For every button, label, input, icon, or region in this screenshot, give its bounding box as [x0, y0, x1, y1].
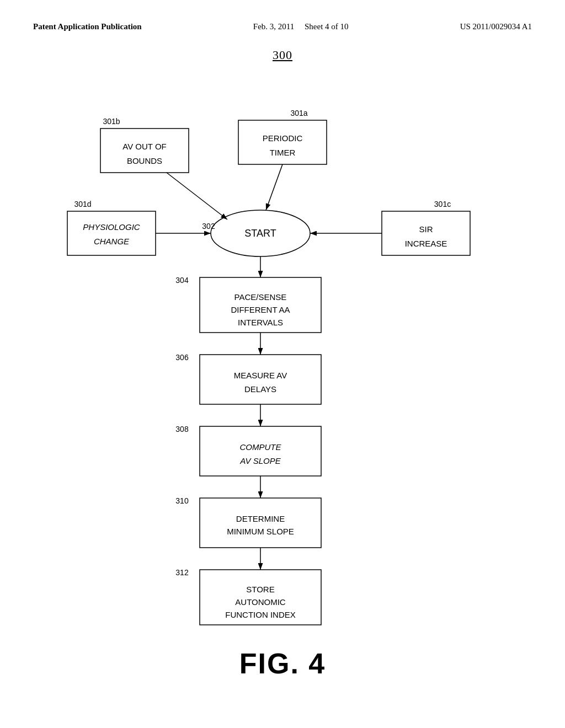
header-left: Patent Application Publication: [33, 22, 142, 31]
label-312: 312: [175, 568, 189, 577]
text-301c-line2: INCREASE: [405, 239, 447, 248]
text-308-line1: COMPUTE: [240, 442, 282, 452]
text-312-line1: STORE: [246, 585, 274, 594]
label-301a: 301a: [290, 109, 307, 117]
label-302: 302: [202, 222, 215, 231]
text-301b-line1: AV OUT OF: [122, 142, 166, 151]
date-label: Feb. 3, 2011: [253, 22, 294, 31]
text-310-line1: DETERMINE: [236, 514, 285, 523]
text-301b-line2: BOUNDS: [127, 156, 162, 165]
arrow-301a-to-start: [266, 164, 282, 210]
header-right: US 2011/0029034 A1: [460, 22, 532, 31]
page: Patent Application Publication Feb. 3, 2…: [0, 0, 565, 728]
sheet-label: Sheet 4 of 10: [305, 22, 349, 31]
text-301d-line2: CHANGE: [94, 237, 130, 246]
text-301a-line2: TIMER: [270, 148, 296, 157]
text-312-line2: AUTONOMIC: [235, 597, 286, 607]
label-301d: 301d: [74, 200, 91, 208]
label-301c: 301c: [434, 200, 451, 208]
flowchart-svg: .box-text { font-family: Arial, Helvetic…: [45, 79, 520, 630]
box-301d: [67, 211, 156, 255]
text-308-line2: AV SLOPE: [239, 456, 281, 465]
text-301a-line1: PERIODIC: [263, 133, 303, 143]
fig-label: FIG. 4: [239, 647, 326, 680]
header-center: Feb. 3, 2011 Sheet 4 of 10: [253, 22, 349, 31]
text-306-line1: MEASURE AV: [234, 371, 287, 380]
fig-ref: 300: [273, 48, 292, 62]
label-301b: 301b: [103, 117, 120, 126]
label-306: 306: [175, 353, 189, 362]
publication-label: Patent Application Publication: [33, 22, 142, 31]
text-306-line2: DELAYS: [244, 384, 276, 394]
text-304-line1: PACE/SENSE: [234, 292, 287, 302]
text-301c-line1: SIR: [419, 224, 433, 234]
patent-number: US 2011/0029034 A1: [460, 22, 532, 31]
label-308: 308: [175, 425, 189, 433]
text-304-line2: DIFFERENT AA: [231, 305, 290, 314]
arrow-301b-to-start: [167, 173, 227, 220]
text-312-line3: FUNCTION INDEX: [225, 610, 296, 619]
label-310: 310: [175, 496, 189, 505]
diagram-area: 300 .box-text { font-family: Arial, Helv…: [33, 48, 532, 680]
text-304-line3: INTERVALS: [238, 318, 283, 327]
header: Patent Application Publication Feb. 3, 2…: [33, 22, 532, 31]
label-304: 304: [175, 276, 189, 285]
text-start: START: [244, 228, 276, 239]
text-301d-line1: PHYSIOLOGIC: [83, 222, 140, 232]
text-310-line2: MINIMUM SLOPE: [227, 527, 294, 536]
